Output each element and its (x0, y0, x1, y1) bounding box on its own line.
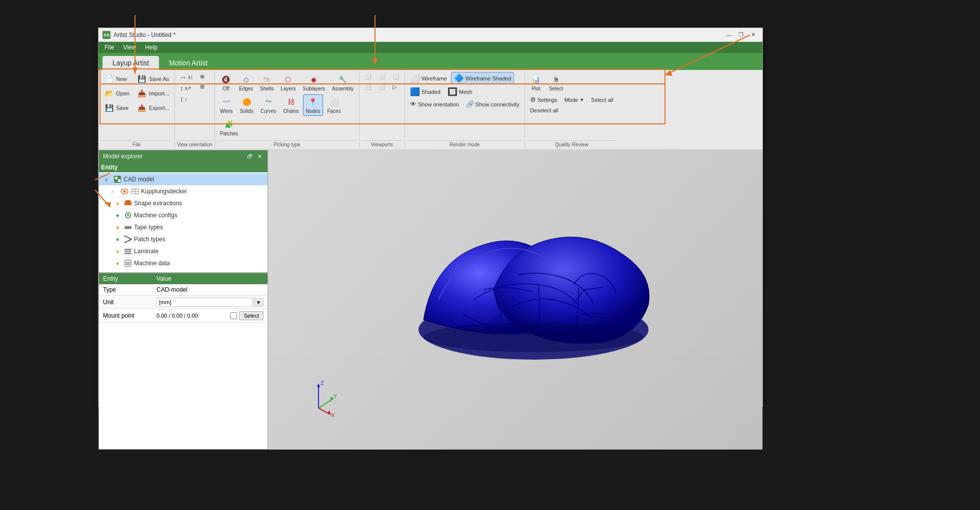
laminate-status-icon: ● (113, 247, 122, 256)
viewport-btn-6[interactable]: ▷ (390, 82, 400, 92)
wireframe-shaded-button[interactable]: 🔷 Wireframe Shaded (451, 72, 514, 84)
ribbon: 📄 New 📂 Open 💾 Save 💾 Save A (98, 70, 762, 150)
mount-point-select-button[interactable]: Select (239, 311, 264, 320)
tree-container[interactable]: ∨ CAD model › (99, 172, 268, 272)
prop-row-type: Type CAD-model (99, 284, 268, 296)
menu-help[interactable]: Help (141, 43, 162, 52)
tree-item-laminate[interactable]: ● Laminate (99, 245, 268, 257)
cad-model-label: CAD model (124, 176, 154, 183)
shaded-label: Shaded (422, 89, 440, 95)
model-explorer-panel: Model explorer 🗗 ✕ Entity ∨ (98, 150, 268, 273)
export-button[interactable]: 📤 Export... (134, 101, 172, 115)
tape-types-status-icon: ● (113, 223, 122, 232)
svg-rect-2 (118, 179, 120, 182)
select-all-button[interactable]: Select all (588, 94, 616, 105)
kupplungsdeckel-label: Kupplungsdeckel (141, 188, 186, 195)
view-btn-4[interactable]: ⊕ (197, 72, 208, 81)
pick-patches-button[interactable]: 🧩 Patches (217, 117, 241, 138)
open-button[interactable]: 📂 Open (100, 86, 132, 100)
tree-item-machine-data[interactable]: ● Machine data (99, 257, 268, 269)
shape-extractions-label: Shape extractions (134, 200, 182, 207)
pick-nodes-button[interactable]: 📍 Nodes (303, 94, 324, 116)
new-button[interactable]: 📄 New (100, 72, 132, 86)
unit-dropdown[interactable]: [mm] ▼ (156, 298, 264, 307)
view-btn-3[interactable]: ↕ ↕ (177, 94, 196, 104)
prop-row-unit: Unit [mm] ▼ (99, 296, 268, 309)
title-bar: AS Artist Studio - Untitled * — ❐ ✕ (98, 28, 762, 42)
pick-layers-button[interactable]: ⬡ Layers (278, 72, 298, 93)
pick-off-button[interactable]: 🔇 Off (217, 72, 235, 93)
viewport-btn-5[interactable]: ⬜ (376, 82, 388, 92)
view-btn-1[interactable]: ↔ x↕ (177, 72, 196, 82)
svg-marker-26 (317, 383, 320, 387)
save-as-button[interactable]: 💾 Save As (134, 72, 172, 86)
deselect-all-button[interactable]: Deselect all (527, 106, 562, 115)
show-connectivity-button[interactable]: 🔗 Show connectivity (463, 99, 522, 109)
maximize-button[interactable]: ❐ (736, 30, 746, 39)
save-button[interactable]: 💾 Save (100, 101, 132, 115)
import-icon: 📥 (136, 88, 148, 99)
view-col1: ↔ x↕ ↕ x↗ ↕ ↕ (177, 72, 196, 104)
tree-item-tape-types[interactable]: ● Tape types (99, 221, 268, 233)
quality-group-label: Quality Review (527, 140, 616, 147)
tab-layup-artist[interactable]: Layup Artist (102, 56, 159, 70)
pick-solids-button[interactable]: 🟠 Solids (236, 94, 256, 116)
wireframe-button[interactable]: ⬜ Wireframe (407, 72, 450, 84)
mesh-button[interactable]: 🔲 Mesh (444, 85, 476, 98)
tree-item-shape-extractions[interactable]: › ● Shape extractions (99, 197, 268, 209)
pick-sublayers-button[interactable]: ◆ Sublayers (300, 72, 328, 93)
svg-rect-1 (115, 177, 118, 179)
pick-patches-label: Patches (220, 131, 238, 136)
pick-wires-label: Wires (220, 108, 233, 114)
export-icon: 📤 (136, 102, 148, 113)
ribbon-quality-content: 📊 Plot 🖱 Select ⚙ Settings Mode (527, 72, 616, 139)
pick-assembly-button[interactable]: 🔧 Assembly (329, 72, 356, 93)
viewport-btn-2[interactable]: ⬜ (376, 72, 388, 81)
pick-shells-button[interactable]: 🐚 Shells (257, 72, 276, 93)
file-group-label: File (100, 140, 172, 147)
view-icon-4: ⊕ (200, 73, 204, 80)
shaded-button[interactable]: 🟦 Shaded (407, 85, 444, 98)
tab-motion-artist[interactable]: Motion Artist (159, 56, 218, 70)
panel-restore-button[interactable]: 🗗 (246, 152, 254, 160)
mode-dropdown[interactable]: Mode ▼ (562, 94, 587, 105)
plot-button[interactable]: 📊 Plot (527, 72, 545, 93)
pick-faces-button[interactable]: ⬜ Faces (324, 94, 344, 116)
view-btn-2[interactable]: ↕ x↗ (177, 83, 196, 93)
tree-item-machine-configs[interactable]: ● Machine configs (99, 209, 268, 221)
select-all-label: Select all (591, 97, 614, 103)
menu-file[interactable]: File (100, 43, 118, 52)
tree-item-kupplungsdeckel[interactable]: › (99, 185, 268, 197)
import-button[interactable]: 📥 Import... (134, 86, 172, 100)
view-icon-1: ↔ (180, 73, 186, 81)
properties-table: Entity Value Type CAD-model Unit (99, 273, 268, 323)
pick-wires-button[interactable]: 〰 Wires (217, 94, 236, 116)
close-button[interactable]: ✕ (748, 30, 758, 39)
viewport-btn-1[interactable]: ⬜ (362, 72, 374, 81)
view-btn-5[interactable]: ⊞ (197, 82, 208, 91)
tree-item-patch-types[interactable]: ● Patch types (99, 233, 268, 245)
pick-layers-icon: ⬡ (282, 74, 294, 85)
unit-dropdown-arrow-icon[interactable]: ▼ (254, 298, 264, 307)
settings-button[interactable]: ⚙ Settings (527, 94, 560, 105)
menu-view[interactable]: View (119, 43, 140, 52)
select-label: Select (549, 86, 563, 91)
viewport-3d[interactable]: Z Y X (268, 150, 762, 450)
panel-close-button[interactable]: ✕ (256, 152, 264, 160)
tree-item-cad-model[interactable]: ∨ CAD model (99, 173, 268, 185)
viewport-btn-3[interactable]: ⬜ (390, 72, 402, 81)
pick-chains-button[interactable]: ⛓ Chains (280, 94, 302, 116)
ribbon-group-picking: 🔇 Off ◇ Edges 🐚 Shells ⬡ Layers ◆ Su (215, 71, 360, 148)
viewport-btn-4[interactable]: ⬜ (362, 82, 374, 92)
select-button[interactable]: 🖱 Select (546, 72, 566, 93)
pick-edges-button[interactable]: ◇ Edges (236, 72, 256, 93)
new-icon: 📄 (104, 73, 114, 84)
props-col-value: Value (152, 273, 268, 284)
mount-point-row: 0.00 / 0.00 / 0.00 Select (156, 311, 264, 320)
minimize-button[interactable]: — (724, 30, 734, 39)
show-orientation-button[interactable]: 👁 Show orientation (407, 99, 462, 109)
pick-curves-button[interactable]: 〜 Curves (258, 94, 280, 116)
mount-point-value: 0.00 / 0.00 / 0.00 (156, 313, 228, 319)
unit-dropdown-value[interactable]: [mm] (156, 298, 252, 307)
mount-point-checkbox[interactable] (230, 312, 237, 319)
